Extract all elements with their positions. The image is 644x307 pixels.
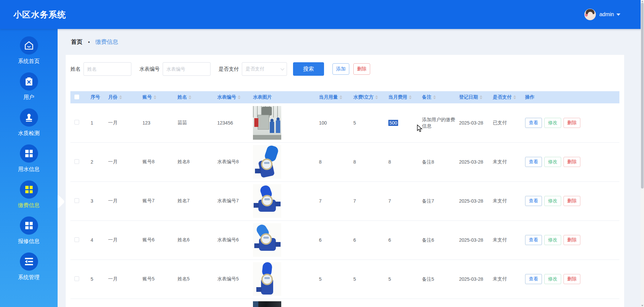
scroll-up-icon[interactable]: [641, 1, 643, 2]
name-filter-input[interactable]: [84, 62, 131, 76]
sort-icon[interactable]: [513, 95, 516, 99]
sidebar-item-1[interactable]: 系统首页: [0, 36, 58, 65]
edit-button[interactable]: 修改: [544, 196, 561, 206]
meter-photo[interactable]: [253, 145, 281, 179]
add-button[interactable]: 添加: [332, 63, 349, 75]
row-checkbox[interactable]: [74, 159, 79, 164]
sidebar-item-7[interactable]: 系统管理: [0, 252, 58, 281]
cell-price: 8: [349, 142, 384, 181]
sidebar-item-4[interactable]: 用水信息: [0, 144, 58, 173]
paid-filter-select[interactable]: 是否支付: [242, 62, 287, 76]
view-button[interactable]: 查看: [525, 274, 542, 284]
meter-photo[interactable]: [253, 223, 281, 257]
meter-photo[interactable]: [253, 301, 281, 307]
cell-remark: 备注7: [418, 181, 455, 220]
cell-account: 账号8: [138, 142, 173, 181]
avatar[interactable]: [584, 9, 596, 20]
table-row: 4一月账号6姓名6水表编号6666备注62025-03-28未支付查看修改删除: [70, 220, 619, 260]
cell-remark: 备注6: [418, 220, 455, 260]
search-button[interactable]: 搜索: [293, 62, 324, 76]
cell-date: 2025-03-28: [455, 142, 489, 181]
meter-filter-input[interactable]: [163, 62, 211, 76]
view-button[interactable]: 查看: [525, 157, 542, 167]
view-button[interactable]: 查看: [525, 235, 542, 245]
column-header[interactable]: 账号: [138, 91, 173, 103]
cell-price: [349, 299, 384, 307]
cell-paid: 未支付: [489, 142, 521, 181]
row-delete-button[interactable]: 删除: [564, 235, 580, 245]
column-header[interactable]: 当月费用: [384, 91, 418, 103]
cell-meter_no: 水表编号5: [213, 260, 249, 299]
grid-icon: [20, 144, 38, 163]
breadcrumb-home[interactable]: 首页: [71, 38, 83, 46]
meter-photo[interactable]: [253, 184, 281, 218]
sort-icon[interactable]: [433, 95, 436, 99]
sort-icon[interactable]: [154, 95, 156, 99]
cell-paid: 未支付: [489, 220, 521, 260]
scroll-down-icon[interactable]: [641, 305, 643, 306]
column-header: 水表图片: [249, 91, 315, 103]
cell-index: [87, 299, 104, 307]
row-delete-button[interactable]: 删除: [564, 274, 580, 284]
cell-account: 账号7: [138, 181, 173, 220]
cell-remark: [418, 299, 455, 307]
row-checkbox[interactable]: [74, 120, 79, 125]
cell-usage: 6: [315, 220, 349, 260]
column-header[interactable]: 当月用量: [315, 91, 349, 103]
column-header[interactable]: 水费\立方: [349, 91, 384, 103]
sort-icon[interactable]: [189, 95, 191, 99]
row-checkbox[interactable]: [74, 237, 79, 242]
cell-meter_no: 水表编号7: [213, 181, 249, 220]
scrollbar-thumb[interactable]: [641, 3, 644, 189]
user-menu[interactable]: admin: [584, 9, 620, 20]
cell-account: [138, 299, 173, 307]
delete-button[interactable]: 删除: [353, 63, 370, 75]
edit-button[interactable]: 修改: [544, 235, 561, 245]
row-checkbox[interactable]: [74, 276, 79, 281]
meter-image-cell: [249, 299, 315, 307]
column-header[interactable]: 是否支付: [489, 91, 521, 103]
topbar: 小区水务系统 admin: [0, 0, 644, 29]
user-badge-icon: [20, 72, 38, 91]
cell-account: 账号5: [138, 260, 173, 299]
edit-button[interactable]: 修改: [544, 118, 561, 128]
sidebar-item-3[interactable]: 水质检测: [0, 108, 58, 137]
row-delete-button[interactable]: 删除: [564, 118, 580, 128]
sort-icon[interactable]: [340, 95, 342, 99]
column-header[interactable]: 姓名: [173, 91, 213, 103]
cell-meter_no: 水表编号6: [213, 220, 249, 260]
view-button[interactable]: 查看: [525, 118, 542, 128]
breadcrumb-current[interactable]: 缴费信息: [95, 38, 118, 46]
edit-button[interactable]: 修改: [544, 274, 561, 284]
cell-meter_no: 123456: [213, 103, 249, 142]
column-header: 序号: [87, 91, 104, 103]
sort-icon[interactable]: [119, 95, 122, 99]
paid-filter-label: 是否支付: [219, 66, 239, 72]
cell-index: 2: [87, 142, 104, 181]
edit-button[interactable]: 修改: [544, 157, 561, 167]
sidebar-item-2[interactable]: 用户: [0, 72, 58, 101]
column-header[interactable]: 水表编号: [213, 91, 249, 103]
select-all-checkbox[interactable]: [74, 95, 79, 99]
sidebar-item-6[interactable]: 报修信息: [0, 216, 58, 245]
row-checkbox[interactable]: [74, 198, 79, 203]
cell-price: 5: [349, 260, 384, 299]
row-delete-button[interactable]: 删除: [564, 196, 580, 206]
meter-photo[interactable]: [253, 262, 281, 296]
sort-icon[interactable]: [409, 95, 412, 99]
column-header[interactable]: 月份: [104, 91, 138, 103]
sort-icon[interactable]: [238, 95, 240, 99]
meter-photo[interactable]: [253, 106, 281, 140]
content-panel: 姓名 水表编号 是否支付 是否支付 搜索 添加 删除 序号月份账号姓名水表编号: [66, 55, 624, 307]
column-header[interactable]: 登记日期: [455, 91, 489, 103]
vertical-scrollbar[interactable]: [641, 0, 644, 307]
selected-text: 500: [388, 120, 398, 126]
sort-icon[interactable]: [480, 95, 482, 99]
cell-remark: 备注5: [418, 260, 455, 299]
row-delete-button[interactable]: 删除: [564, 157, 580, 167]
column-header[interactable]: 备注: [418, 91, 455, 103]
cell-name: 姓名6: [173, 220, 213, 260]
sidebar-item-5[interactable]: 缴费信息: [0, 180, 58, 209]
view-button[interactable]: 查看: [525, 196, 542, 206]
sort-icon[interactable]: [375, 95, 378, 99]
